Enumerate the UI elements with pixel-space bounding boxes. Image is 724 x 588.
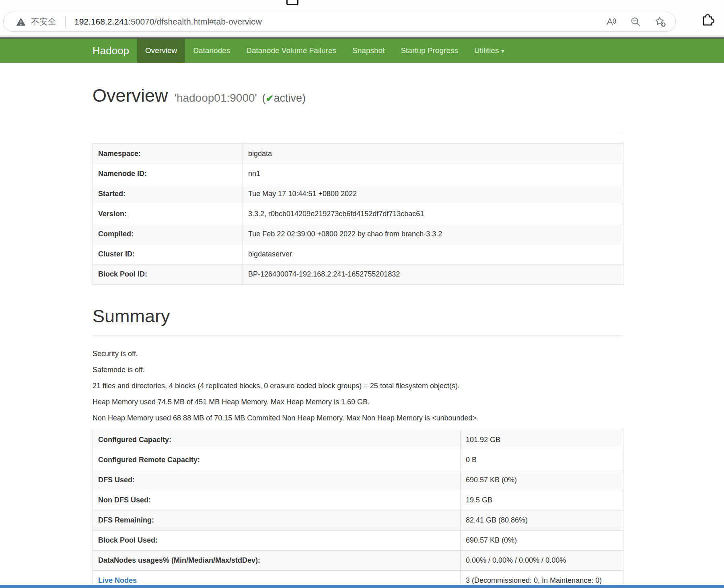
table-row: Block Pool Used:690.57 KB (0%) (93, 531, 623, 551)
table-row: Version:3.3.2, r0bcb014209e219273cb6fd41… (93, 204, 623, 224)
row-label: Configured Capacity: (93, 430, 461, 450)
zoom-out-icon[interactable] (630, 16, 641, 27)
table-row: Configured Capacity:101.92 GB (93, 430, 623, 450)
row-value: 0.00% / 0.00% / 0.00% / 0.00% (461, 551, 623, 571)
tab-fragment (286, 0, 298, 5)
summary-paragraph: Heap Memory used 74.5 MB of 451 MB Heap … (93, 397, 623, 407)
row-value: Tue Feb 22 02:39:00 +0800 2022 by chao f… (243, 224, 623, 244)
table-row: Cluster ID:bigdataserver (93, 244, 623, 264)
row-value: bigdata (243, 144, 623, 164)
table-row: Configured Remote Capacity:0 B (93, 450, 623, 470)
row-label: Version: (93, 204, 243, 224)
overview-header: Overview'hadoop01:9000' (✔active) (93, 86, 623, 133)
page-title: Overview'hadoop01:9000' (✔active) (93, 86, 623, 109)
nav-item-startup-progress[interactable]: Startup Progress (393, 39, 466, 63)
row-label: Started: (93, 184, 243, 204)
live-nodes-link[interactable]: Live Nodes (98, 576, 137, 584)
hadoop-navbar: Hadoop Overview Datanodes Datanode Volum… (0, 39, 724, 63)
row-value: 82.41 GB (80.86%) (461, 510, 623, 531)
nav-item-overview[interactable]: Overview (137, 39, 185, 63)
table-row: Namenode ID:nn1 (93, 164, 623, 184)
chevron-down-icon: ▾ (501, 47, 504, 54)
namenode-info-table: Namespace:bigdata Namenode ID:nn1 Starte… (93, 143, 623, 285)
navbar-items: Overview Datanodes Datanode Volume Failu… (137, 39, 512, 63)
navbar-brand[interactable]: Hadoop (93, 39, 137, 63)
summary-title: Summary (93, 306, 623, 326)
warning-icon (16, 17, 26, 27)
summary-paragraph: 21 files and directories, 4 blocks (4 re… (93, 381, 623, 391)
table-row: DFS Used:690.57 KB (0%) (93, 470, 623, 490)
summary-paragraphs: Security is off. Safemode is off. 21 fil… (93, 349, 623, 423)
row-value: Tue May 17 10:44:51 +0800 2022 (243, 184, 623, 204)
security-badge[interactable]: 不安全 (31, 16, 56, 27)
row-label: DataNodes usages% (Min/Median/Max/stdDev… (93, 551, 461, 571)
summary-paragraph: Non Heap Memory used 68.88 MB of 70.15 M… (93, 414, 623, 423)
table-row: Block Pool ID:BP-126430074-192.168.2.241… (93, 264, 623, 285)
extensions-icon[interactable] (699, 11, 715, 27)
url-domain: 192.168.2.241 (74, 17, 128, 26)
table-row: DataNodes usages% (Min/Median/Max/stdDev… (93, 551, 623, 571)
row-value: nn1 (243, 164, 623, 184)
active-check-icon: ✔ (265, 93, 274, 104)
table-row: Namespace:bigdata (93, 144, 623, 164)
row-label: Namenode ID: (93, 164, 243, 184)
nav-item-datanode-volume-failures[interactable]: Datanode Volume Failures (238, 39, 344, 63)
nav-item-utilities[interactable]: Utilities▾ (466, 39, 512, 63)
row-value: 0 B (461, 450, 623, 470)
row-label: DFS Used: (93, 470, 461, 490)
table-row: Compiled:Tue Feb 22 02:39:00 +0800 2022 … (93, 224, 623, 244)
read-aloud-icon[interactable] (605, 16, 617, 27)
row-value: 690.57 KB (0%) (461, 531, 623, 551)
row-value: 19.5 GB (461, 490, 623, 510)
url-path: :50070/dfshealth.html#tab-overview (128, 17, 262, 26)
row-label: Block Pool ID: (93, 264, 243, 285)
status-badge: (✔active) (262, 92, 306, 104)
row-label: Block Pool Used: (93, 531, 461, 551)
page-subtitle: 'hadoop01:9000' (175, 92, 257, 104)
cluster-metrics-table: Configured Capacity:101.92 GB Configured… (93, 430, 623, 588)
url-text[interactable]: 192.168.2.241:50070/dfshealth.html#tab-o… (74, 17, 262, 27)
table-row: Non DFS Used:19.5 GB (93, 490, 623, 510)
status-text: active) (274, 92, 306, 104)
row-value: 101.92 GB (461, 430, 623, 450)
url-separator (65, 16, 66, 27)
row-label: Non DFS Used: (93, 490, 461, 510)
table-row: Started:Tue May 17 10:44:51 +0800 2022 (93, 184, 623, 204)
bottom-blue-strip (0, 585, 724, 588)
row-label: Configured Remote Capacity: (93, 450, 461, 470)
nav-item-snapshot[interactable]: Snapshot (344, 39, 393, 63)
row-label: Compiled: (93, 224, 243, 244)
row-value: bigdataserver (243, 244, 623, 264)
browser-chrome: 不安全 192.168.2.241:50070/dfshealth.html#t… (0, 0, 724, 35)
row-label: DFS Remaining: (93, 510, 461, 531)
row-value: 690.57 KB (0%) (461, 470, 623, 490)
row-label: Cluster ID: (93, 244, 243, 264)
table-row: DFS Remaining:82.41 GB (80.86%) (93, 510, 623, 531)
row-label: Namespace: (93, 144, 243, 164)
summary-paragraph: Safemode is off. (93, 365, 623, 375)
add-favorite-icon[interactable] (654, 16, 666, 27)
address-bar[interactable]: 不安全 192.168.2.241:50070/dfshealth.html#t… (3, 12, 676, 32)
row-value: 3.3.2, r0bcb014209e219273cb6fd4152df7df7… (243, 204, 623, 224)
nav-item-datanodes[interactable]: Datanodes (185, 39, 238, 63)
nav-item-utilities-label: Utilities (474, 46, 499, 55)
summary-header: Summary (93, 306, 623, 336)
summary-paragraph: Security is off. (93, 349, 623, 359)
row-value: BP-126430074-192.168.2.241-1652755201832 (243, 264, 623, 285)
